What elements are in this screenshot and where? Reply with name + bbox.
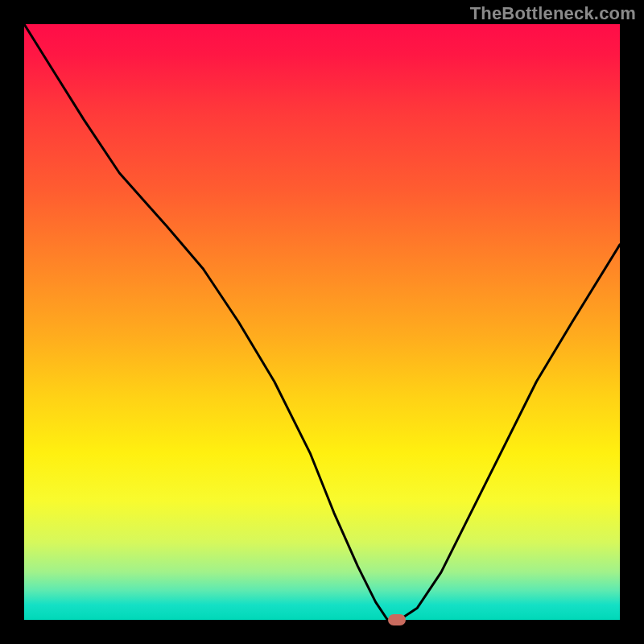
chart-frame: TheBottleneck.com bbox=[0, 0, 644, 644]
plot-area bbox=[24, 24, 620, 620]
optimal-point-marker bbox=[388, 614, 406, 625]
bottleneck-curve bbox=[24, 24, 620, 620]
watermark-text: TheBottleneck.com bbox=[470, 3, 636, 24]
